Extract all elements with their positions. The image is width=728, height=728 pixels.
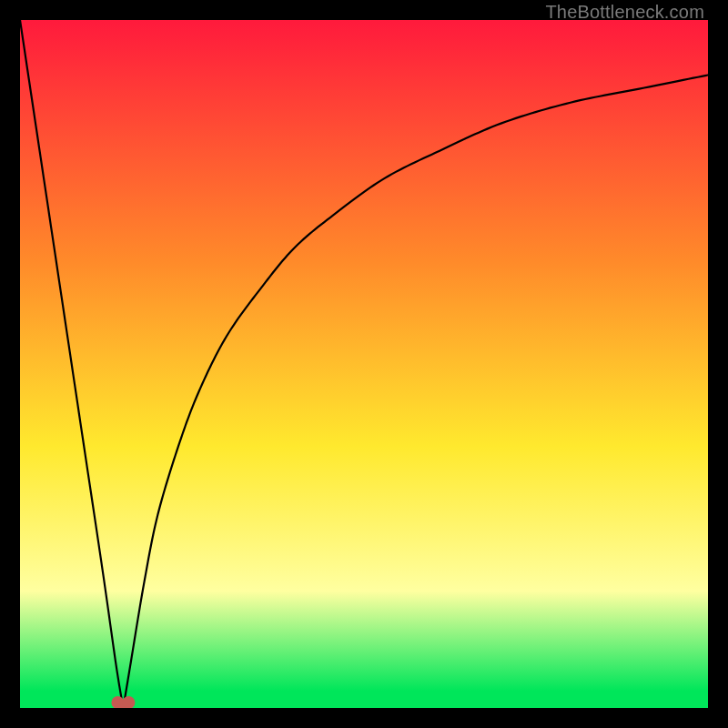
attribution-label: TheBottleneck.com: [545, 2, 704, 23]
min-marker-icon: [111, 696, 135, 708]
chart-frame: [20, 20, 708, 708]
plot-area: [20, 20, 708, 708]
bottleneck-curve: [20, 20, 708, 708]
